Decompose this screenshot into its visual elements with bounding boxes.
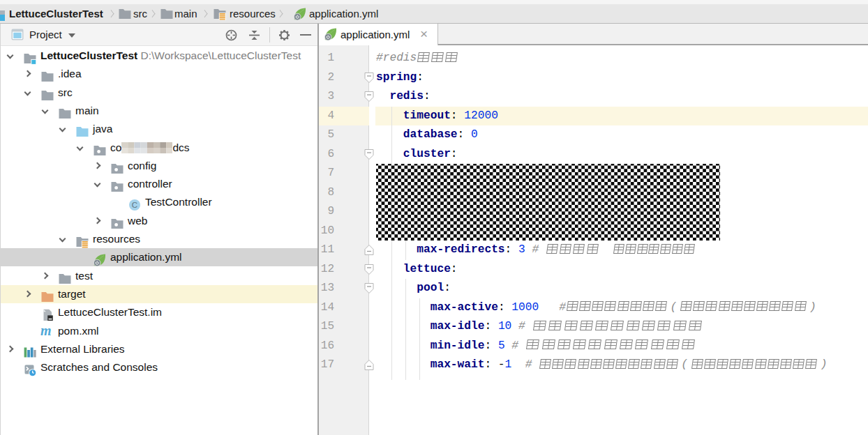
svg-text:C: C — [132, 201, 137, 210]
